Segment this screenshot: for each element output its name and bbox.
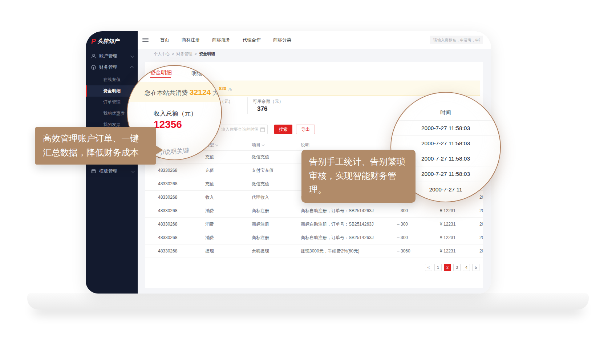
chevron-up-icon bbox=[130, 66, 134, 69]
page-button-5[interactable]: 5 bbox=[472, 264, 479, 271]
cell-desc: 提现3000元，手续费2%(60元) bbox=[301, 244, 359, 258]
available-balance-label: 可用余额（元） bbox=[253, 98, 283, 105]
search-button[interactable]: 搜索 bbox=[274, 125, 292, 134]
sidebar-subitem-0[interactable]: 在线充值 bbox=[86, 74, 138, 85]
cell-project: 微信充值 bbox=[252, 150, 269, 163]
income-total-value: 12356 bbox=[154, 119, 182, 130]
cell-time: 2000-7-27 11:58:03 bbox=[479, 218, 483, 231]
callout-line: 汇总数据，降低财务成本 bbox=[35, 146, 156, 160]
cell-desc: 商标自助注册，订单号：SB2514263J bbox=[301, 218, 374, 231]
banner-unit: 元 bbox=[227, 86, 232, 91]
cell-balance: ¥ 12231 bbox=[440, 244, 455, 258]
cell-order: 48330268 bbox=[158, 177, 177, 190]
cell-time: 2000-7-27 11:58:03 bbox=[479, 231, 483, 244]
column-header-label: 说明 bbox=[301, 139, 309, 150]
callout-line: 理。 bbox=[301, 183, 416, 197]
magnified-banner-text: 您在本站共消费 32124 大 bbox=[145, 88, 219, 97]
finance-icon bbox=[91, 65, 96, 70]
table-row: 48330268消费商标注册商标自助注册，订单号：SB2514263J– 300… bbox=[145, 204, 483, 218]
calendar-icon[interactable] bbox=[260, 128, 265, 132]
sidebar-item-finance[interactable]: 财务管理 bbox=[86, 62, 138, 73]
cell-type: 消费 bbox=[205, 231, 214, 244]
sidebar-item-label: 财务管理 bbox=[99, 64, 128, 70]
cell-type: 充值 bbox=[205, 150, 214, 163]
cell-order: 48330268 bbox=[158, 218, 177, 231]
callout-line: 告别手工统计、告别繁琐 bbox=[301, 155, 416, 169]
nav-link-1[interactable]: 商标注册 bbox=[182, 37, 200, 43]
cell-type: 提现 bbox=[205, 244, 214, 258]
menu-icon[interactable] bbox=[142, 38, 149, 42]
magnified-tab-underline bbox=[150, 77, 171, 78]
income-total-label: 收入总额（元） bbox=[154, 109, 197, 118]
banner-visible-text: 820 元 bbox=[219, 86, 232, 92]
table-row: 48330268消费商标注册商标自助注册，订单号：SB2514263J– 300… bbox=[145, 218, 483, 231]
nav-link-3[interactable]: 代理合作 bbox=[243, 37, 261, 43]
breadcrumb-separator: > bbox=[172, 52, 174, 56]
cell-time: 2000-7-27 11:58:03 bbox=[479, 191, 483, 204]
nav-link-2[interactable]: 商标服务 bbox=[212, 37, 230, 43]
main-nav: 首页商标注册商标服务代理合作商标分类 bbox=[160, 37, 291, 43]
sort-caret-icon bbox=[215, 143, 218, 146]
sidebar-item-label: 账户管理 bbox=[99, 53, 128, 59]
cell-order: 48330268 bbox=[158, 231, 177, 244]
prev-page-button[interactable]: < bbox=[425, 264, 432, 271]
cell-type: 充值 bbox=[205, 164, 214, 177]
cell-type: 收入 bbox=[205, 191, 214, 204]
sidebar-item-account[interactable]: 账户管理 bbox=[86, 50, 138, 62]
breadcrumb-item[interactable]: 个人中心 bbox=[154, 51, 170, 57]
magnified-time-row: 2000-7-27 11:58:03 bbox=[391, 120, 500, 136]
callout-line: 高效管理账户订单、一键 bbox=[35, 132, 156, 146]
magnified-banner: 您在本站共消费 32124 大 bbox=[127, 82, 222, 102]
cell-balance: ¥ 12231 bbox=[440, 218, 455, 231]
cell-time: 2000-7-27 11:58:03 bbox=[479, 244, 483, 258]
callout-right: 告别手工统计、告别繁琐审核，实现智能财务管理。 bbox=[301, 150, 416, 203]
column-header-project[interactable]: 项目 bbox=[252, 139, 264, 150]
sidebar-item-template[interactable]: 模板管理 bbox=[86, 166, 138, 177]
available-balance-value: 376 bbox=[257, 105, 267, 113]
column-header-description: 说明 bbox=[301, 139, 309, 150]
cell-project: 商标注册 bbox=[252, 218, 269, 231]
laptop-base bbox=[27, 293, 589, 310]
page-button-4[interactable]: 4 bbox=[463, 264, 470, 271]
cell-type: 消费 bbox=[205, 218, 214, 231]
breadcrumb-current: 资金明细 bbox=[199, 51, 215, 57]
cell-balance: ¥ 12231 bbox=[440, 231, 455, 244]
magnified-banner-prefix: 您在本站共消费 bbox=[145, 89, 190, 96]
cell-type: 消费 bbox=[205, 204, 214, 217]
cell-type: 充值 bbox=[205, 177, 214, 190]
cell-amount: – 3060 bbox=[397, 244, 410, 258]
magnified-banner-amount: 32124 bbox=[190, 88, 211, 96]
brand-logo-icon: P bbox=[91, 38, 96, 45]
cell-order: 48330268 bbox=[158, 191, 177, 204]
column-header-label: 项目 bbox=[252, 139, 260, 150]
callout-left: 高效管理账户订单、一键汇总数据，降低财务成本 bbox=[35, 127, 156, 165]
cell-project: 商标注册 bbox=[252, 231, 269, 244]
template-icon bbox=[91, 169, 96, 174]
table-row: 48330268提现余额提现提现3000元，手续费2%(60元)– 3060¥ … bbox=[145, 244, 483, 258]
cell-project: 支付宝充值 bbox=[252, 164, 273, 177]
stat-partial-unit-label: （元） bbox=[220, 98, 233, 105]
cell-amount: – 300 bbox=[397, 204, 408, 217]
chevron-down-icon bbox=[130, 54, 134, 58]
sidebar-sections: 账户管理 财务管理 bbox=[86, 50, 138, 73]
cell-project: 微信充值 bbox=[252, 177, 269, 190]
page-button-2[interactable]: 2 bbox=[444, 264, 451, 271]
export-button[interactable]: 导出 bbox=[296, 125, 315, 134]
trademark-search-input[interactable] bbox=[430, 36, 483, 44]
breadcrumb: 个人中心 > 财务管理 > 资金明细 bbox=[138, 49, 491, 59]
user-icon bbox=[91, 53, 96, 59]
cell-time: 2000-7-27 11:58:03 bbox=[479, 204, 483, 217]
cell-amount: – 300 bbox=[397, 231, 408, 244]
cell-project: 代理收入 bbox=[252, 191, 269, 204]
top-navbar: 首页商标注册商标服务代理合作商标分类 bbox=[138, 31, 491, 49]
chevron-down-icon bbox=[131, 169, 135, 173]
magnified-time-row: 2000-7-27 11:58:03 bbox=[391, 136, 500, 151]
time-column-header: 时间 bbox=[391, 109, 500, 116]
cell-desc: 商标自助注册，订单号：SB2514263J bbox=[301, 231, 374, 244]
page-button-1[interactable]: 1 bbox=[434, 264, 442, 271]
cell-order: 48330268 bbox=[158, 244, 177, 258]
nav-link-4[interactable]: 商标分类 bbox=[273, 37, 291, 43]
nav-link-0[interactable]: 首页 bbox=[160, 37, 169, 43]
breadcrumb-item[interactable]: 财务管理 bbox=[176, 51, 192, 57]
page-button-3[interactable]: 3 bbox=[453, 264, 461, 271]
